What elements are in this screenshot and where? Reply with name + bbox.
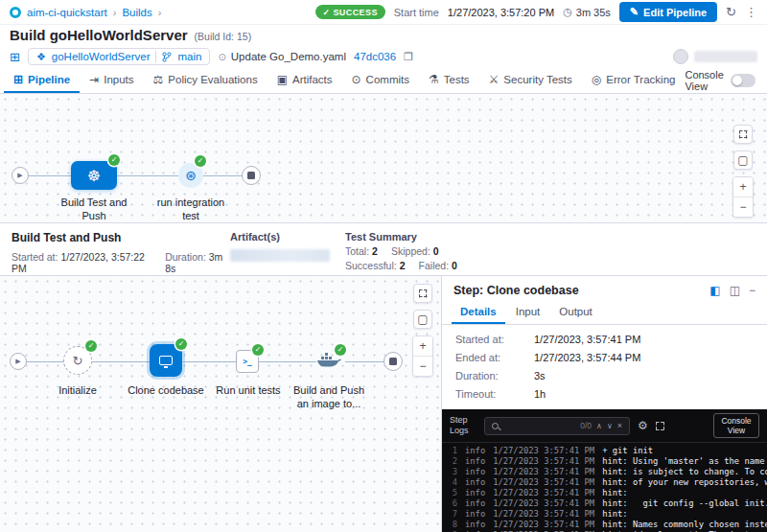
detail-value: 1/27/2023, 3:57:41 PM: [534, 334, 640, 346]
tab-security-tests[interactable]: ⚔ Security Tests: [479, 67, 582, 93]
failed-value: 0: [452, 260, 457, 271]
triggered-by: [673, 49, 757, 64]
tab-label: Policy Evaluations: [168, 74, 257, 85]
step-details-panel: Step: Clone codebase ◧ ◫ − Details Input…: [441, 276, 767, 532]
zoom-in-button[interactable]: +: [413, 336, 432, 356]
step-details-title: Step: Clone codebase: [453, 284, 579, 297]
inputs-icon: ⇥: [89, 73, 99, 86]
artifacts-icon: ▣: [277, 73, 288, 86]
stage-node-build-test-and-push[interactable]: ☸: [71, 161, 117, 190]
pipeline-end-node[interactable]: [242, 166, 261, 185]
log-message: hint:: [602, 509, 627, 520]
tab-label: Error Tracking: [606, 74, 675, 85]
branch-link[interactable]: main: [177, 51, 201, 62]
log-timestamp: 1/27/2023 3:57:41 PM: [493, 488, 594, 498]
stage-canvas-controls: ▢ + −: [732, 125, 754, 218]
tab-output[interactable]: Output: [550, 300, 601, 324]
connector-line: [29, 175, 71, 176]
search-match-counter: 0/0: [580, 421, 592, 430]
zoom-out-button[interactable]: −: [733, 197, 753, 217]
tab-artifacts[interactable]: ▣ Artifacts: [267, 67, 342, 93]
log-level: info: [465, 509, 485, 520]
status-badge: ✓ SUCCESS: [315, 5, 385, 19]
repo-name-link[interactable]: goHelloWorldServer: [52, 51, 151, 62]
commit-message-text: Update Go_Demo.yaml: [231, 51, 346, 62]
tab-pipeline[interactable]: ⊞ Pipeline: [4, 67, 80, 93]
elapsed-time: ◷ 3m 35s: [563, 6, 611, 18]
split-view-icon[interactable]: ◧: [709, 284, 720, 297]
console-view-toggle[interactable]: [731, 74, 755, 87]
tab-error-tracking[interactable]: ◎ Error Tracking: [582, 67, 686, 93]
lower-split: ▶ ↻ ✓ Initialize ✓ Clone codebase >_ ✓ R…: [0, 276, 767, 532]
breadcrumb-project[interactable]: aim-ci-quickstart: [27, 7, 107, 18]
detail-label: Started at:: [455, 334, 534, 346]
tab-details[interactable]: Details: [452, 300, 505, 324]
kebab-menu-icon[interactable]: ⋮: [745, 5, 757, 19]
detail-row: Timeout: 1h: [455, 388, 754, 401]
log-level: info: [465, 446, 485, 456]
commit-hash-link[interactable]: 47dc036: [354, 51, 396, 62]
log-line: 7 info 1/27/2023 3:57:41 PM hint:: [448, 509, 767, 520]
stage-started: Started at: 1/27/2023, 3:57:22 PM: [12, 251, 150, 274]
clone-codebase-icon: [159, 356, 173, 365]
copy-icon[interactable]: ❐: [404, 51, 413, 63]
step-graph-canvas[interactable]: ▶ ↻ ✓ Initialize ✓ Clone codebase >_ ✓ R…: [0, 276, 441, 532]
stage-graph-canvas[interactable]: ▶ ☸ ✓ Build Test and Push ⊛ ✓ run integr…: [0, 94, 767, 222]
tab-label: Pipeline: [28, 74, 70, 85]
search-next-icon[interactable]: ∨: [607, 422, 613, 430]
avatar: [673, 49, 688, 64]
console-view-button[interactable]: Console View: [713, 413, 759, 438]
tab-bar: ⊞ Pipeline ⇥ Inputs ⚖ Policy Evaluations…: [0, 67, 767, 94]
skipped-value: 0: [433, 245, 439, 257]
breadcrumb-builds[interactable]: Builds: [122, 7, 151, 18]
step-label: Initialize: [39, 383, 116, 397]
log-timestamp: 1/27/2023 3:57:41 PM: [493, 509, 594, 520]
tab-input[interactable]: Input: [507, 300, 549, 324]
log-expand-icon[interactable]: [656, 422, 664, 430]
skipped-label: Skipped:: [391, 245, 430, 257]
edit-pipeline-button[interactable]: ✎ Edit Pipeline: [619, 2, 717, 22]
detail-value: 3s: [534, 370, 546, 382]
tab-inputs[interactable]: ⇥ Inputs: [80, 67, 143, 93]
fullscreen-icon: [739, 130, 748, 139]
stage-summary-title: Build Test and Push: [12, 231, 230, 244]
log-settings-icon[interactable]: ⚙: [638, 419, 648, 432]
zoom-out-button[interactable]: −: [413, 357, 432, 376]
zoom-in-button[interactable]: +: [733, 177, 753, 197]
failed-label: Failed:: [419, 260, 450, 271]
minimize-icon[interactable]: −: [749, 284, 755, 297]
tab-commits[interactable]: ⊙ Commits: [342, 67, 419, 93]
page-title: Build goHelloWorldServer: [10, 27, 188, 43]
detail-label: Timeout:: [455, 388, 534, 401]
log-line: 1 info 1/27/2023 3:57:41 PM + git init: [448, 446, 767, 456]
elapsed-value: 3m 35s: [576, 7, 611, 18]
log-timestamp: 1/27/2023 3:57:41 PM: [493, 520, 594, 530]
step-end-node[interactable]: [384, 352, 403, 371]
log-message: hint: of your new repositories, which w: [602, 477, 767, 488]
fullscreen-button[interactable]: [413, 284, 432, 303]
fullscreen-icon: [419, 289, 428, 298]
search-clear-icon[interactable]: ×: [617, 421, 622, 430]
connector-line: [203, 175, 242, 176]
fullscreen-button[interactable]: [733, 125, 753, 144]
pipeline-start-node[interactable]: ▶: [12, 167, 29, 184]
tab-policy-evaluations[interactable]: ⚖ Policy Evaluations: [144, 67, 267, 93]
tab-tests[interactable]: ⚗ Tests: [419, 67, 479, 93]
top-bar: aim-ci-quickstart › Builds › ✓ SUCCESS S…: [0, 0, 767, 25]
bottom-view-icon[interactable]: ◫: [730, 284, 740, 297]
duration-label: Duration:: [165, 251, 206, 263]
step-start-node[interactable]: ▶: [10, 353, 27, 370]
fit-view-button[interactable]: ▢: [413, 310, 432, 329]
search-prev-icon[interactable]: ∧: [596, 422, 602, 430]
log-line: 2 info 1/27/2023 3:57:41 PM hint: Using …: [448, 456, 767, 467]
connector-line: [259, 361, 316, 362]
log-level: info: [465, 456, 485, 467]
refresh-icon[interactable]: ↻: [726, 5, 736, 19]
fit-view-button[interactable]: ▢: [733, 150, 753, 170]
pencil-icon: ✎: [630, 6, 639, 18]
log-search-input[interactable]: 0/0 ∧ ∨ ×: [484, 417, 630, 435]
detail-value: 1/27/2023, 3:57:44 PM: [534, 352, 640, 364]
redacted-artifact[interactable]: [230, 249, 330, 262]
repo-icon: ❖: [36, 51, 46, 63]
log-output[interactable]: 1 info 1/27/2023 3:57:41 PM + git init 2…: [442, 443, 767, 532]
